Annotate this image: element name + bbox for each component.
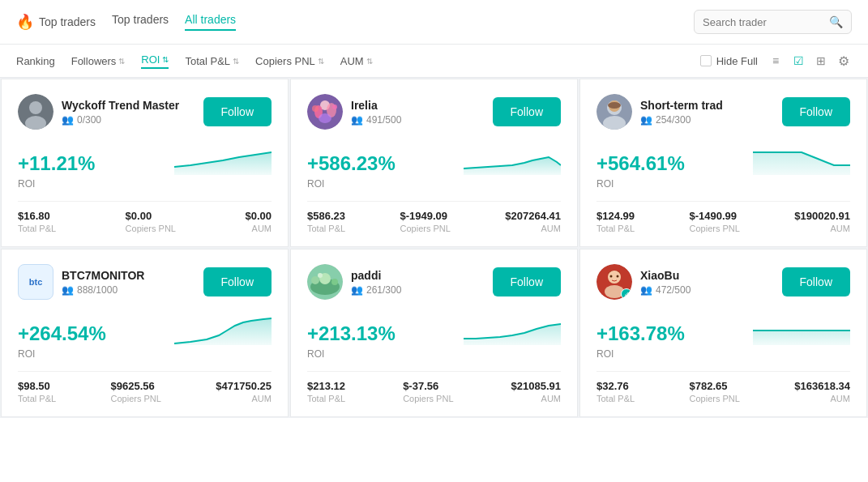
- logo-icon: 🔥: [16, 13, 34, 31]
- stat-value: $98.50: [18, 380, 56, 392]
- follow-button[interactable]: Follow: [493, 267, 561, 296]
- stat-value: $32.76: [596, 380, 635, 392]
- stat-total-pnl: $213.12 Total P&L: [307, 380, 345, 403]
- trader-info: paddi 👥 261/300: [307, 264, 401, 300]
- stat-label: Total P&L: [18, 224, 56, 233]
- trader-info: Wyckoff Trend Master 👥 0/300: [18, 94, 179, 130]
- filter-total-pnl[interactable]: Total P&L⇅: [185, 55, 239, 67]
- roi-value: +586.23%: [307, 152, 396, 175]
- stat-value: $163618.34: [794, 380, 850, 392]
- trader-followers: 👥 472/500: [640, 284, 691, 296]
- follow-button[interactable]: Follow: [782, 267, 850, 296]
- stats-row: $586.23 Total P&L $-1949.09 Copiers PNL …: [307, 201, 561, 233]
- roi-label: ROI: [18, 178, 272, 190]
- search-box: 🔍: [694, 10, 852, 34]
- svg-point-22: [608, 271, 621, 284]
- follow-button[interactable]: Follow: [203, 267, 272, 296]
- roi-section: +564.61%: [596, 143, 850, 175]
- filter-roi[interactable]: ROI⇅: [141, 53, 169, 69]
- roi-value: +264.54%: [18, 322, 106, 345]
- stat-aum: $207264.41 AUM: [505, 210, 561, 233]
- trader-followers: 👥 491/500: [351, 114, 401, 126]
- trader-info: ✓ XiaoBu 👥 472/500: [596, 264, 691, 300]
- search-icon: 🔍: [829, 15, 843, 28]
- trader-followers: 👥 0/300: [62, 114, 179, 126]
- stat-total-pnl: $98.50 Total P&L: [18, 380, 56, 403]
- filter-aum[interactable]: AUM⇅: [340, 55, 373, 67]
- stats-row: $32.76 Total P&L $782.65 Copiers PNL $16…: [596, 371, 850, 403]
- stat-label: Total P&L: [18, 394, 56, 403]
- stat-copiers-pnl: $0.00 Copiers PNL: [126, 210, 176, 233]
- stat-value: $9625.56: [111, 380, 161, 392]
- card-header: ✓ XiaoBu 👥 472/500 Follow: [596, 264, 850, 300]
- filter-ranking[interactable]: Ranking: [16, 55, 55, 67]
- roi-value: +163.78%: [596, 322, 685, 345]
- svg-point-8: [312, 105, 319, 112]
- followers-icon: 👥: [640, 114, 652, 126]
- header-nav: Top traders All traders: [112, 13, 694, 31]
- stat-value: $124.99: [596, 210, 635, 222]
- svg-point-25: [617, 275, 619, 278]
- roi-section: +213.13%: [307, 313, 561, 345]
- trader-info: btc BTC7MONITOR 👥 888/1000: [18, 264, 144, 300]
- stat-label: Total P&L: [596, 224, 635, 233]
- grid-check-icon[interactable]: ☑: [790, 53, 806, 69]
- stat-label: Total P&L: [307, 224, 345, 233]
- trader-card: btc BTC7MONITOR 👥 888/1000 Follow +264.5…: [1, 249, 289, 417]
- stat-copiers-pnl: $-1490.99 Copiers PNL: [690, 210, 740, 233]
- filters-right: Hide Full ≡ ☑ ⊞ ⚙: [700, 53, 852, 69]
- card-header: paddi 👥 261/300 Follow: [307, 264, 561, 300]
- roi-chart: [464, 313, 561, 345]
- trader-name-area: Irelia 👥 491/500: [351, 99, 401, 126]
- svg-point-9: [332, 105, 337, 109]
- roi-chart: [174, 143, 272, 175]
- roi-chart: [464, 143, 561, 175]
- stat-label: Total P&L: [596, 394, 635, 403]
- trader-name: Wyckoff Trend Master: [62, 99, 179, 112]
- search-area: 🔍: [694, 10, 852, 34]
- roi-label: ROI: [596, 348, 850, 360]
- followers-icon: 👥: [62, 284, 74, 296]
- stat-copiers-pnl: $-1949.09 Copiers PNL: [400, 210, 451, 233]
- trader-card: Irelia 👥 491/500 Follow +586.23%: [290, 79, 578, 247]
- followers-icon: 👥: [640, 284, 652, 296]
- follow-button[interactable]: Follow: [782, 97, 850, 126]
- advanced-filter-icon[interactable]: ⚙: [836, 53, 852, 69]
- roi-section: +11.21%: [18, 143, 272, 175]
- stat-value: $-1949.09: [400, 210, 451, 222]
- hide-full-checkbox[interactable]: [700, 55, 712, 66]
- stat-value: $213.12: [307, 380, 345, 392]
- trader-name-area: XiaoBu 👥 472/500: [640, 269, 691, 296]
- search-input[interactable]: [703, 16, 824, 28]
- trader-name: Irelia: [351, 99, 401, 112]
- roi-chart: [753, 313, 850, 345]
- filter-copiers-pnl[interactable]: Copiers PNL⇅: [255, 55, 324, 67]
- roi-value: +213.13%: [307, 322, 396, 345]
- nav-all-traders[interactable]: All traders: [185, 13, 236, 31]
- roi-value: +564.61%: [596, 152, 685, 175]
- stat-aum: $0.00 AUM: [245, 210, 272, 233]
- hide-full-toggle[interactable]: Hide Full: [700, 55, 758, 67]
- trader-name: paddi: [351, 269, 401, 282]
- list-view-icon[interactable]: ≡: [768, 53, 784, 69]
- stat-label: Total P&L: [307, 394, 345, 403]
- grid-view-icon[interactable]: ⊞: [813, 53, 829, 69]
- roi-label: ROI: [596, 178, 850, 190]
- stat-total-pnl: $124.99 Total P&L: [596, 210, 635, 233]
- trader-followers: 👥 254/300: [640, 114, 723, 126]
- follow-button[interactable]: Follow: [493, 97, 561, 126]
- svg-point-24: [610, 275, 613, 278]
- avatar: ✓: [596, 264, 632, 300]
- stat-aum: $21085.91 AUM: [511, 380, 561, 403]
- filter-followers[interactable]: Followers⇅: [71, 55, 126, 67]
- follow-button[interactable]: Follow: [203, 97, 272, 126]
- stats-row: $16.80 Total P&L $0.00 Copiers PNL $0.00…: [18, 201, 272, 233]
- nav-top-traders[interactable]: Top traders: [112, 13, 169, 31]
- avatar: btc: [18, 264, 53, 300]
- followers-icon: 👥: [62, 114, 74, 126]
- followers-icon: 👥: [351, 284, 363, 296]
- stats-row: $124.99 Total P&L $-1490.99 Copiers PNL …: [596, 201, 850, 233]
- card-header: Irelia 👥 491/500 Follow: [307, 94, 561, 130]
- stat-value: $-1490.99: [690, 210, 740, 222]
- trader-info: Irelia 👥 491/500: [307, 94, 401, 130]
